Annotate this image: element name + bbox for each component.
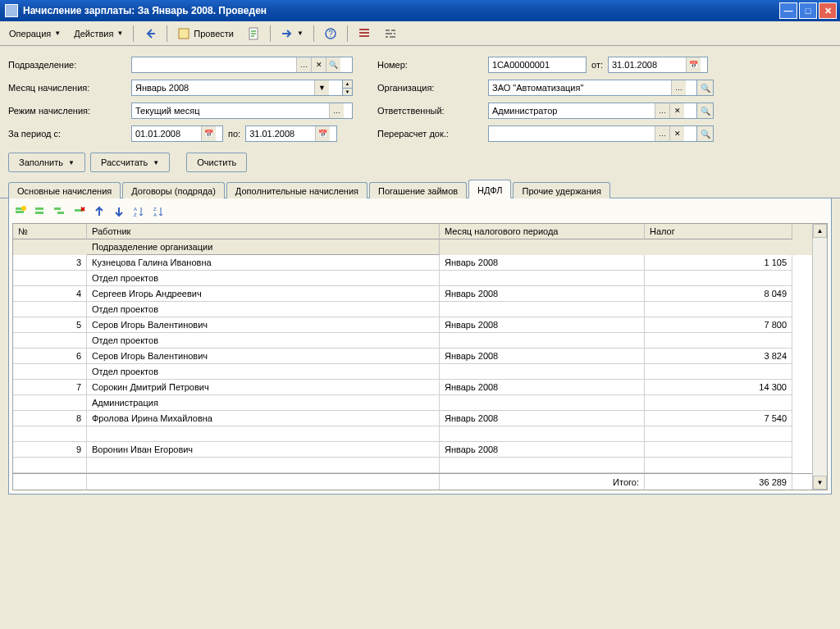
- help-button[interactable]: ?: [318, 25, 343, 43]
- actions-menu[interactable]: Действия ▼: [68, 25, 129, 43]
- scroll-up-icon: ▲: [813, 224, 827, 238]
- table-row-sub[interactable]: Отдел проектов: [13, 364, 812, 380]
- mode-input-group: …: [131, 103, 353, 119]
- number-input[interactable]: [489, 57, 581, 72]
- table-row-sub[interactable]: Отдел проектов: [13, 333, 812, 349]
- period-to-label: по:: [228, 129, 240, 139]
- table-toolbar: AZ ZA: [12, 202, 828, 223]
- ellipsis-button[interactable]: …: [655, 126, 669, 141]
- clear-label: Очистить: [197, 157, 236, 167]
- svg-rect-8: [35, 212, 43, 214]
- sort-desc-button[interactable]: ZA: [150, 203, 167, 220]
- header-sub[interactable]: Подразделение организации: [87, 239, 440, 255]
- org-input[interactable]: [489, 80, 671, 95]
- back-arrow-button[interactable]: [138, 25, 162, 43]
- operation-label: Операция: [9, 29, 51, 39]
- dropdown-button[interactable]: ▼: [314, 80, 329, 95]
- table-row-sub[interactable]: [13, 458, 812, 473]
- ellipsis-button[interactable]: …: [296, 57, 311, 72]
- recalc-input[interactable]: [489, 126, 655, 141]
- month-spinner[interactable]: ▲▼: [343, 80, 353, 96]
- cell-worker: Кузнецова Галина Ивановна: [87, 255, 440, 271]
- clear-button[interactable]: Очистить: [186, 153, 247, 172]
- table-row[interactable]: 8Фролова Ирина МихайловнаЯнварь 20087 54…: [13, 411, 812, 426]
- tab-additional[interactable]: Дополнительные начисления: [226, 182, 368, 198]
- calculate-button[interactable]: Рассчитать ▼: [90, 153, 170, 172]
- vertical-scrollbar[interactable]: ▲ ▼: [812, 224, 827, 490]
- cell-empty: [645, 395, 792, 411]
- ellipsis-button[interactable]: …: [671, 80, 686, 95]
- table-row-sub[interactable]: Отдел проектов: [13, 302, 812, 317]
- action-button-row: Заполнить ▼ Рассчитать ▼ Очистить: [0, 148, 840, 179]
- settings-button[interactable]: [378, 25, 403, 43]
- table-row[interactable]: 5Серов Игорь ВалентиновичЯнварь 20087 80…: [13, 317, 812, 333]
- clear-button[interactable]: ✕: [669, 103, 684, 118]
- cell-worker: Серов Игорь Валентинович: [87, 349, 440, 364]
- copy-row-button[interactable]: [52, 203, 68, 220]
- tab-contracts[interactable]: Договоры (подряда): [122, 182, 225, 198]
- tab-other-deductions[interactable]: Прочие удержания: [513, 182, 609, 198]
- delete-row-button[interactable]: [71, 203, 88, 220]
- minimize-button[interactable]: —: [779, 2, 797, 19]
- execute-button[interactable]: Провести: [171, 25, 240, 43]
- table-row-sub[interactable]: Администрация: [13, 395, 812, 411]
- header-month[interactable]: Месяц налогового периода: [440, 224, 645, 239]
- list-button[interactable]: [352, 25, 377, 43]
- report-button[interactable]: [241, 25, 266, 43]
- lookup-button[interactable]: 🔍: [697, 80, 714, 96]
- recalc-label: Перерасчет док.:: [377, 129, 488, 139]
- header-num[interactable]: №: [13, 224, 87, 239]
- subdivision-input[interactable]: [132, 57, 296, 72]
- help-icon: ?: [324, 27, 337, 40]
- cell-month: Январь 2008: [440, 349, 645, 364]
- ellipsis-button[interactable]: …: [655, 103, 669, 118]
- fill-button[interactable]: Заполнить ▼: [8, 153, 85, 172]
- maximize-button[interactable]: □: [799, 2, 817, 19]
- date-input[interactable]: [609, 57, 686, 72]
- separator: [167, 25, 167, 42]
- table-row-sub[interactable]: [13, 426, 812, 442]
- period-to-input[interactable]: [246, 126, 315, 141]
- table-row[interactable]: 3Кузнецова Галина ИвановнаЯнварь 20081 1…: [13, 255, 812, 271]
- lookup-button[interactable]: 🔍: [697, 103, 714, 119]
- tab-loans[interactable]: Погашение займов: [369, 182, 467, 198]
- sort-asc-button[interactable]: AZ: [130, 203, 147, 220]
- magnifier-icon: 🔍: [701, 107, 710, 116]
- period-from-input[interactable]: [132, 126, 201, 141]
- lookup-button[interactable]: 🔍: [697, 125, 714, 142]
- table-row[interactable]: 4Сергеев Игорь АндреевичЯнварь 20088 049: [13, 286, 812, 302]
- cell-tax: 3 824: [645, 349, 792, 364]
- responsible-input[interactable]: [489, 103, 655, 118]
- move-up-button[interactable]: [91, 203, 107, 220]
- calendar-button[interactable]: 📅: [686, 57, 701, 72]
- tab-ndfl[interactable]: НДФЛ: [468, 180, 511, 198]
- adjust-icon: [384, 27, 397, 40]
- table-row[interactable]: 7Сорокин Дмитрий ПетровичЯнварь 200814 3…: [13, 380, 812, 395]
- calendar-button[interactable]: 📅: [201, 126, 216, 141]
- table-row[interactable]: 6Серов Игорь ВалентиновичЯнварь 20083 82…: [13, 349, 812, 364]
- move-down-button[interactable]: [111, 203, 127, 220]
- clear-button[interactable]: ✕: [311, 57, 326, 72]
- cell-empty: [645, 458, 792, 473]
- add-row-button[interactable]: [12, 203, 29, 220]
- table-row-sub[interactable]: Отдел проектов: [13, 271, 812, 286]
- operation-menu[interactable]: Операция ▼: [3, 25, 66, 43]
- table-row[interactable]: 9Воронин Иван ЕгоровичЯнварь 2008: [13, 442, 812, 458]
- lookup-button[interactable]: 🔍: [326, 57, 340, 72]
- tab-main-accruals[interactable]: Основные начисления: [8, 182, 121, 198]
- close-button[interactable]: ✕: [819, 2, 837, 19]
- header-tax[interactable]: Налог: [645, 224, 792, 239]
- calendar-button[interactable]: 📅: [315, 126, 330, 141]
- header-worker[interactable]: Работник: [87, 224, 440, 239]
- month-input[interactable]: [132, 80, 314, 95]
- fill-label: Заполнить: [19, 157, 63, 167]
- cell-sub: Отдел проектов: [87, 333, 440, 349]
- clear-button[interactable]: ✕: [669, 126, 684, 141]
- go-button[interactable]: ▼: [275, 25, 309, 43]
- ellipsis-button[interactable]: …: [329, 103, 344, 118]
- mode-input[interactable]: [132, 103, 329, 118]
- cell-tax: 1 105: [645, 255, 792, 271]
- cell-empty: [440, 458, 645, 473]
- mode-label: Режим начисления:: [8, 106, 131, 116]
- insert-row-button[interactable]: [32, 203, 48, 220]
